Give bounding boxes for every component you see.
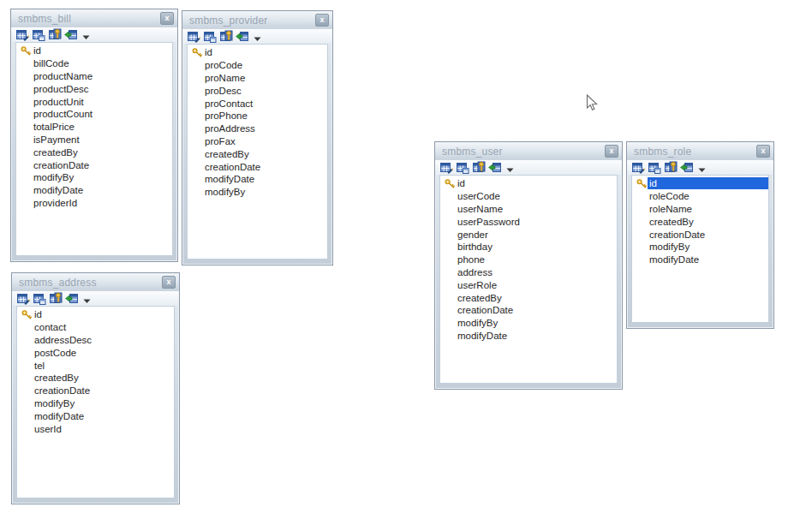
field-row[interactable]: createdBy <box>632 215 768 228</box>
field-row[interactable]: creationDate <box>440 304 617 317</box>
field-row[interactable]: modifyBy <box>632 241 768 254</box>
field-row[interactable]: postCode <box>17 346 174 359</box>
field-row[interactable]: modifyDate <box>632 254 768 266</box>
table-copy-icon[interactable] <box>203 30 217 43</box>
dropdown-arrow-icon[interactable] <box>81 30 91 39</box>
field-row[interactable]: proName <box>188 72 327 85</box>
field-row[interactable]: creationDate <box>17 385 174 397</box>
field-label: modifyBy <box>648 241 768 253</box>
panel-toolbar <box>11 27 177 42</box>
close-button[interactable]: x <box>315 14 329 27</box>
field-row[interactable]: roleCode <box>632 190 768 203</box>
field-row[interactable]: phone <box>440 254 617 266</box>
close-button[interactable]: x <box>756 145 770 158</box>
field-row[interactable]: userPassword <box>440 215 617 228</box>
field-row[interactable]: creationDate <box>188 160 327 173</box>
field-row[interactable]: id <box>17 308 174 321</box>
field-row[interactable]: userCode <box>440 190 617 203</box>
field-row[interactable]: id <box>440 177 617 190</box>
close-button[interactable]: x <box>162 276 176 289</box>
field-list: iduserCodeuserNameuserPasswordgenderbirt… <box>439 175 618 384</box>
field-row[interactable]: isPayment <box>16 134 172 146</box>
table-edit-icon[interactable] <box>187 30 200 43</box>
field-row[interactable]: proPhone <box>188 110 327 122</box>
field-row[interactable]: modifyBy <box>440 317 617 330</box>
close-button[interactable]: x <box>160 12 174 25</box>
field-row[interactable]: modifyBy <box>188 186 327 199</box>
field-row[interactable]: productDesc <box>16 82 172 95</box>
close-button[interactable]: x <box>605 145 618 158</box>
table-key-icon[interactable] <box>219 30 233 43</box>
table-edit-icon[interactable] <box>631 161 645 174</box>
field-row[interactable]: modifyDate <box>17 409 174 422</box>
field-row[interactable]: contact <box>17 321 174 334</box>
panel-titlebar[interactable]: smbms_role x <box>627 142 773 160</box>
field-row[interactable]: productCount <box>16 108 172 121</box>
table-key-icon[interactable] <box>472 161 486 174</box>
field-row[interactable]: createdBy <box>440 291 617 304</box>
field-row[interactable]: createdBy <box>188 147 327 160</box>
field-row[interactable]: proCode <box>188 59 327 72</box>
field-row[interactable]: userId <box>17 422 174 435</box>
field-row[interactable]: totalPrice <box>16 121 172 134</box>
dropdown-arrow-icon[interactable] <box>82 294 92 303</box>
field-label: modifyBy <box>33 397 174 409</box>
table-copy-icon[interactable] <box>32 28 45 41</box>
table-insert-icon[interactable] <box>680 161 694 174</box>
field-row[interactable]: creationDate <box>632 228 768 241</box>
dropdown-arrow-icon[interactable] <box>697 163 707 172</box>
field-label: createdBy <box>203 148 327 160</box>
field-row[interactable]: productName <box>16 70 172 83</box>
table-key-icon[interactable] <box>48 28 62 41</box>
panel-titlebar[interactable]: smbms_user x <box>435 142 622 160</box>
table-insert-icon[interactable] <box>488 161 502 174</box>
field-row[interactable]: addressDesc <box>17 334 174 347</box>
field-row[interactable]: createdBy <box>16 146 172 158</box>
field-row[interactable]: modifyDate <box>440 330 617 343</box>
field-row[interactable]: id <box>16 45 172 57</box>
field-label: productDesc <box>32 83 172 95</box>
dropdown-arrow-icon[interactable] <box>253 32 262 41</box>
field-label: creationDate <box>203 161 327 173</box>
field-row[interactable]: productUnit <box>16 95 172 108</box>
field-row[interactable]: modifyDate <box>188 173 327 186</box>
table-copy-icon[interactable] <box>648 161 661 174</box>
table-insert-icon[interactable] <box>64 28 78 41</box>
field-row[interactable]: proDesc <box>188 84 327 97</box>
key-icon <box>636 178 648 189</box>
field-row[interactable]: id <box>632 177 768 190</box>
field-row[interactable]: birthday <box>440 241 617 254</box>
dropdown-arrow-icon[interactable] <box>505 163 515 172</box>
field-row[interactable]: proContact <box>188 97 327 110</box>
table-panel: smbms_user x iduserCodeuserNameuserPassw… <box>434 141 623 390</box>
field-label: modifyDate <box>33 410 174 422</box>
field-row[interactable]: tel <box>17 359 174 372</box>
table-key-icon[interactable] <box>49 292 63 305</box>
table-insert-icon[interactable] <box>236 30 249 43</box>
field-row[interactable]: modifyBy <box>17 397 174 410</box>
field-row[interactable]: proFax <box>188 135 327 148</box>
field-row[interactable]: providerId <box>16 197 172 210</box>
field-row[interactable]: userRole <box>440 278 617 291</box>
field-row[interactable]: gender <box>440 228 617 241</box>
table-copy-icon[interactable] <box>33 292 46 305</box>
field-row[interactable]: billCode <box>16 57 172 70</box>
field-row[interactable]: roleName <box>632 203 768 216</box>
table-edit-icon[interactable] <box>15 28 29 41</box>
table-copy-icon[interactable] <box>456 161 469 174</box>
panel-titlebar[interactable]: smbms_bill x <box>11 9 177 27</box>
table-key-icon[interactable] <box>664 161 678 174</box>
panel-titlebar[interactable]: smbms_provider x <box>182 11 332 29</box>
panel-titlebar[interactable]: smbms_address x <box>12 273 179 291</box>
field-row[interactable]: address <box>440 266 617 279</box>
field-row[interactable]: userName <box>440 203 617 216</box>
field-row[interactable]: proAddress <box>188 122 327 135</box>
field-row[interactable]: modifyDate <box>16 184 172 197</box>
field-row[interactable]: createdBy <box>17 372 174 385</box>
table-edit-icon[interactable] <box>439 161 453 174</box>
table-edit-icon[interactable] <box>16 292 30 305</box>
field-row[interactable]: id <box>188 46 327 59</box>
field-row[interactable]: creationDate <box>16 158 172 171</box>
field-row[interactable]: modifyBy <box>16 171 172 184</box>
table-insert-icon[interactable] <box>65 292 79 305</box>
